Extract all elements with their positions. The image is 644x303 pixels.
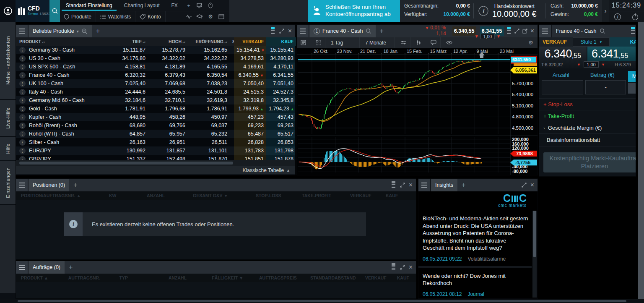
search-icon[interactable] [600, 28, 605, 34]
buy-cell[interactable]: 15.155,41 [266, 46, 295, 54]
close-icon[interactable]: × [409, 182, 413, 188]
buy-cell[interactable]: 1.794,23▲ [266, 104, 295, 113]
estimated-margin-row[interactable]: › Geschätzte Margin (€) 0, [539, 122, 636, 134]
close-icon[interactable]: × [409, 264, 413, 271]
expand-icon[interactable] [522, 183, 527, 188]
sell-cell[interactable]: 4.169,61 [234, 63, 266, 71]
nav-item-produkte[interactable]: Produkte [60, 11, 96, 22]
news-item[interactable]: BioNTech- und Moderna-Aktien seit gester… [418, 211, 532, 266]
global-search-button[interactable] [49, 0, 60, 22]
tab-kauf[interactable]: KAUF [610, 37, 636, 47]
tab-verkauf[interactable]: VERKAUF [539, 37, 573, 47]
buy-cell[interactable]: 26,853 [266, 138, 295, 146]
tab-france40-chart[interactable]: 1 France 40 - Cash [309, 25, 376, 37]
panel-menu-button[interactable] [418, 179, 431, 191]
table-row[interactable]: ⋮GBP/JPY151,337152,498151,870151,851151,… [16, 155, 295, 160]
settings-gear-icon[interactable]: ⚙ [205, 11, 216, 22]
row-menu-icon[interactable]: ⋮ [19, 64, 26, 70]
chart-canvas[interactable]: 26 Okt.23 Nov.21 Dez.18 Jan.15 Feb.15 Mä… [297, 48, 538, 175]
table-row[interactable]: ⋮Silber - Cash26,16326,95126,51126,82826… [16, 138, 295, 146]
panel-menu-button[interactable] [16, 261, 29, 274]
table-view-switcher[interactable]: Klassische Tabelle ▲ [16, 166, 295, 174]
buy-cell[interactable]: 34.280,93 [266, 54, 295, 63]
table-row[interactable]: ⋮Germany Mid 60 - Cash32.184,632.710,132… [16, 96, 295, 104]
add-layout-button[interactable]: + [183, 0, 194, 11]
panel-menu-button[interactable] [297, 25, 309, 37]
panel-stack-icon[interactable] [392, 263, 396, 272]
row-menu-icon[interactable]: ⋮ [19, 148, 26, 154]
buy-cell[interactable]: 131,798 [266, 146, 295, 155]
row-menu-icon[interactable]: ⋮ [19, 106, 26, 112]
table-row[interactable]: ⋮EUR/JPY130,992131,857131,101131,783131,… [16, 146, 295, 155]
amount-input[interactable]: - [585, 80, 626, 94]
column-header-verkauf[interactable]: VERKAUF [234, 37, 266, 46]
panel-stack-icon[interactable] [392, 181, 396, 189]
column-header-tief[interactable]: TIEF▴▾ [112, 39, 148, 44]
chart-settings-gear-icon[interactable]: ⚙ [528, 39, 538, 46]
column-header-erffnung[interactable]: ERÖFFNUNG▴▾ [188, 39, 230, 44]
layout-tab-charting-layout[interactable]: Charting Layout [118, 0, 166, 11]
sidebar-item-hilfe[interactable]: Hilfe [0, 137, 16, 161]
add-tab-button[interactable]: + [376, 27, 388, 35]
sell-cell[interactable]: 6.340,55▼ [234, 71, 266, 79]
sell-cell[interactable]: 15.154,41▼ [234, 46, 266, 54]
table-row[interactable]: ⋮Germany 30 - Cash15.111,8715.278,7915.1… [16, 46, 295, 54]
insights-scrollbar[interactable] [532, 211, 537, 298]
scrollbar-thumb[interactable] [533, 211, 536, 257]
add-tab-button[interactable]: + [65, 264, 77, 271]
panel-stack-icon[interactable] [631, 27, 636, 35]
column-header-kauf[interactable]: KAUF [266, 37, 296, 46]
table-row[interactable]: ⋮Kupfer - Cash448,95458,26450,97457,2345… [16, 113, 295, 121]
news-item[interactable]: Wende oder nicht? Dow Jones mit Rekordho… [418, 268, 532, 298]
nav-item-konto[interactable]: Konto [135, 11, 165, 22]
sell-cell[interactable]: 7.050,40 [234, 79, 266, 88]
buy-cell[interactable]: 65,517 [266, 130, 295, 138]
window-icon[interactable] [216, 11, 227, 22]
horizontal-scrollbar[interactable] [16, 160, 295, 166]
user-account-button[interactable] [0, 0, 16, 22]
table-row[interactable]: ⋮France 40 - Cash6.320,326.379,436.350,5… [16, 71, 295, 79]
row-menu-icon[interactable]: ⋮ [19, 89, 26, 95]
sidebar-item-meine-handelskonten[interactable]: Meine Handelskonten [0, 22, 16, 100]
buy-cell[interactable]: 24.527,3 [266, 88, 295, 96]
info-circle-icon[interactable]: i [478, 5, 489, 16]
buy-cell[interactable]: 4.170,11 [266, 63, 295, 71]
bottom-scrollbar-thumb[interactable] [18, 300, 626, 302]
table-row[interactable]: ⋮Rohöl (WTI) - Cash64,85765,95765,23265,… [16, 130, 295, 138]
expand-icon[interactable] [400, 183, 405, 188]
close-icon[interactable]: × [530, 182, 534, 188]
row-menu-icon[interactable]: ⋮ [19, 156, 26, 160]
buy-cell[interactable]: 69,263 [266, 121, 295, 130]
close-icon[interactable]: × [288, 28, 292, 34]
ticket-buy-price[interactable]: 6.341,55 [587, 47, 636, 61]
sell-cell[interactable]: 457,23 [234, 113, 266, 121]
row-menu-icon[interactable]: ⋮ [19, 97, 26, 104]
chart-comment-icon[interactable] [427, 37, 441, 48]
tab-auftraege[interactable]: Aufträge (0) [29, 261, 65, 274]
add-tab-button[interactable]: + [69, 181, 81, 189]
sidebar-item-live-hilfe[interactable]: Live-Hilfe [0, 100, 16, 137]
sell-cell[interactable]: 32.319,8 [234, 96, 266, 104]
chart-visibility-eye-icon[interactable] [442, 37, 456, 48]
sell-cell[interactable]: 1.793,93▲ [234, 104, 266, 113]
sell-cell[interactable]: 24.515,3 [234, 88, 266, 96]
indicator-settings-icon[interactable] [397, 37, 410, 48]
tab-positionen[interactable]: Positionen (0) [29, 179, 69, 191]
expand-icon[interactable] [279, 29, 284, 34]
row-menu-icon[interactable]: ⋮ [19, 47, 26, 53]
buy-cell[interactable]: 7.051,40 [266, 79, 295, 88]
sell-cell[interactable]: 151,851 [234, 155, 266, 160]
popout-icon[interactable] [522, 29, 527, 34]
row-menu-icon[interactable]: ⋮ [19, 72, 26, 78]
screen-layout-icon[interactable] [194, 0, 205, 11]
sell-price-button[interactable]: 6.340,55 [452, 26, 476, 36]
layout-tab-fx[interactable]: FX [165, 0, 183, 11]
search-icon[interactable] [366, 28, 371, 34]
buy-cell[interactable]: 6.341,55 [266, 71, 295, 79]
add-stop-loss[interactable]: + Stop-Loss [539, 99, 636, 110]
table-row[interactable]: ⋮UK 100 - Cash7.025,407.069,687.038,237.… [16, 79, 295, 88]
layout-tab-standard-einstellung[interactable]: Standard Einstellung [60, 0, 118, 11]
complete-account-cta-button[interactable]: ! Schließen Sie nun Ihren Kontoeröffnung… [308, 0, 400, 22]
expand-icon[interactable] [400, 265, 405, 270]
order-type-dropdown[interactable]: ▾ [628, 83, 636, 94]
